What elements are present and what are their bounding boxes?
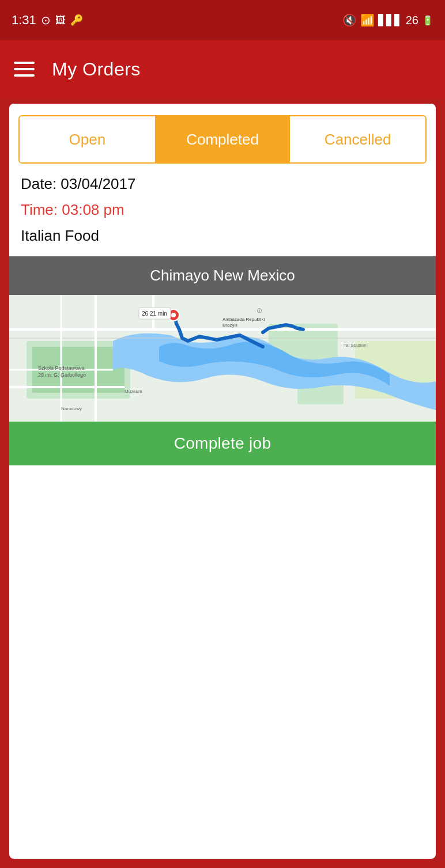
mute-icon: 🔇 <box>342 13 357 27</box>
hamburger-line-3 <box>14 74 35 77</box>
hamburger-line-2 <box>14 68 35 70</box>
order-time: Time: 03:08 pm <box>21 201 424 219</box>
map-area[interactable]: Szkoła Podstawowa 29 im. G. Garbollego A… <box>9 295 436 422</box>
svg-point-22 <box>171 313 176 317</box>
svg-text:Muzeum: Muzeum <box>125 389 142 394</box>
hamburger-menu-button[interactable] <box>14 62 35 77</box>
map-location-bar: Chimayo New Mexico <box>9 256 436 295</box>
photo-icon: 🖼 <box>55 14 66 26</box>
svg-text:29 im. G. Garbollego: 29 im. G. Garbollego <box>38 372 86 378</box>
svg-text:ⓘ: ⓘ <box>257 308 262 313</box>
tab-bar: Open Completed Cancelled <box>18 115 427 164</box>
tab-open[interactable]: Open <box>20 116 155 162</box>
alarm-icon: ⊙ <box>41 13 51 27</box>
svg-text:Brazylii: Brazylii <box>223 323 237 328</box>
tab-completed[interactable]: Completed <box>155 116 291 162</box>
key-icon: 🔑 <box>70 14 83 26</box>
map-section: Chimayo New Mexico <box>9 256 436 465</box>
tab-cancelled[interactable]: Cancelled <box>290 116 425 162</box>
battery-icon: 🔋 <box>422 15 433 26</box>
page-title: My Orders <box>52 59 141 80</box>
status-bar-left: 1:31 ⊙ 🖼 🔑 <box>12 13 83 28</box>
app-bar: My Orders <box>0 40 445 98</box>
wifi-icon: 📶 <box>360 13 375 27</box>
battery-level: 26 <box>406 14 418 27</box>
status-bar: 1:31 ⊙ 🖼 🔑 🔇 📶 ▋▋▋ 26 🔋 <box>0 0 445 40</box>
order-date: Date: 03/04/2017 <box>21 175 424 193</box>
svg-text:Narodowy: Narodowy <box>61 406 82 411</box>
svg-text:Tal Stadion: Tal Stadion <box>344 343 367 348</box>
complete-job-button[interactable]: Complete job <box>9 422 436 465</box>
hamburger-line-1 <box>14 62 35 64</box>
svg-text:Ambasada Republiki: Ambasada Republiki <box>223 317 265 322</box>
tab-wrapper: Open Completed Cancelled <box>9 104 436 175</box>
status-bar-right: 🔇 📶 ▋▋▋ 26 🔋 <box>342 13 433 27</box>
status-time: 1:31 <box>12 13 36 28</box>
content-area: Open Completed Cancelled Date: 03/04/201… <box>9 104 436 859</box>
signal-icon: ▋▋▋ <box>378 14 402 26</box>
phone-container: 1:31 ⊙ 🖼 🔑 🔇 📶 ▋▋▋ 26 🔋 My Orders Open <box>0 0 445 868</box>
order-details: Date: 03/04/2017 Time: 03:08 pm Italian … <box>9 175 436 256</box>
svg-text:26 21 min: 26 21 min <box>142 310 167 317</box>
svg-text:Szkoła Podstawowa: Szkoła Podstawowa <box>38 365 85 371</box>
order-food: Italian Food <box>21 227 424 245</box>
